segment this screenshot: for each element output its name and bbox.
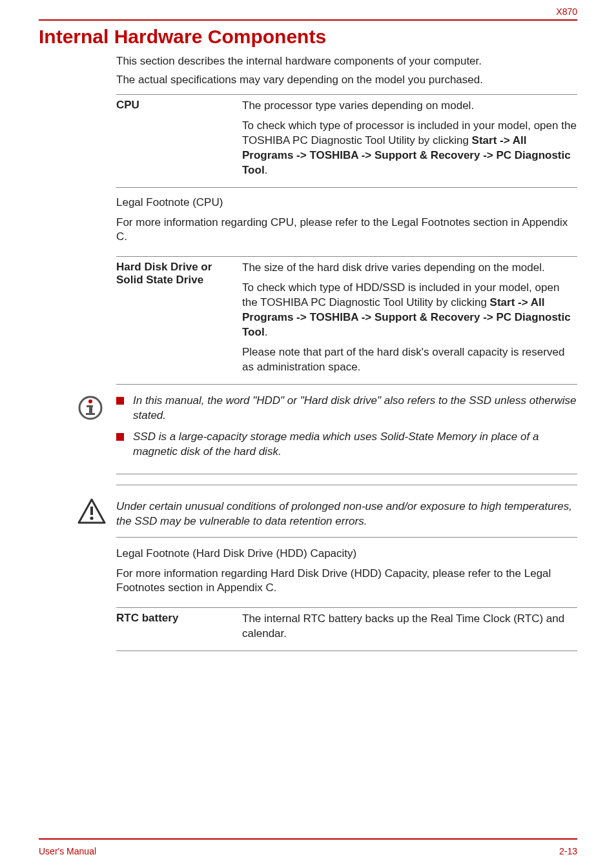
header-model-label: X870 (556, 6, 577, 17)
legal-hdd-block: Legal Footnote (Hard Disk Drive (HDD) Ca… (116, 547, 577, 596)
spec-desc-hdd: The size of the hard disk drive varies d… (242, 261, 577, 380)
divider (116, 94, 577, 95)
divider (116, 384, 577, 385)
svg-rect-6 (90, 507, 93, 515)
divider (116, 187, 577, 188)
spec-text: To check which type of HDD/SSD is includ… (242, 281, 577, 340)
info-note-block: In this manual, the word "HDD" or "Hard … (77, 394, 577, 466)
caution-note-block: Under certain unusual conditions of prol… (77, 497, 577, 529)
divider (116, 256, 577, 257)
spec-desc-cpu: The processor type varies depending on m… (242, 99, 577, 183)
note-text: In this manual, the word "HDD" or "Hard … (133, 394, 577, 423)
svg-rect-4 (86, 413, 95, 415)
list-item: In this manual, the word "HDD" or "Hard … (116, 394, 577, 423)
spec-text-part: . (265, 164, 268, 176)
divider (116, 651, 577, 651)
spec-text: The size of the hard disk drive varies d… (242, 261, 577, 276)
divider (116, 537, 577, 538)
header-divider (39, 19, 577, 21)
svg-rect-3 (89, 405, 92, 414)
footer-page-number: 2-13 (559, 846, 577, 856)
svg-point-7 (90, 516, 93, 520)
spec-label-cpu: CPU (116, 99, 242, 183)
caution-icon (77, 497, 116, 524)
intro-paragraph: This section describes the internal hard… (116, 54, 577, 69)
red-square-bullet-icon (116, 397, 124, 405)
divider (116, 607, 577, 608)
spec-text: Please note that part of the hard disk's… (242, 345, 577, 375)
legal-title: Legal Footnote (Hard Disk Drive (HDD) Ca… (116, 547, 577, 561)
intro-paragraph: The actual specifications may vary depen… (116, 73, 577, 88)
footer-manual-label: User's Manual (39, 846, 96, 856)
spec-text: To check which type of processor is incl… (242, 119, 577, 178)
note-text: SSD is a large-capacity storage media wh… (133, 430, 577, 459)
intro-block: This section describes the internal hard… (116, 54, 577, 88)
spec-rtc: RTC battery The internal RTC battery bac… (116, 607, 577, 651)
footer-divider (39, 838, 577, 840)
legal-title: Legal Footnote (CPU) (116, 196, 577, 210)
svg-point-1 (88, 399, 92, 403)
section-title: Internal Hardware Components (39, 26, 577, 48)
spec-text: The processor type varies depending on m… (242, 99, 577, 114)
spec-label-rtc: RTC battery (116, 612, 242, 647)
spec-text-part: . (265, 326, 268, 338)
caution-text: Under certain unusual conditions of prol… (116, 497, 577, 529)
spec-desc-rtc: The internal RTC battery backs up the Re… (242, 612, 577, 647)
divider (116, 474, 577, 474)
divider (116, 485, 577, 485)
spec-hdd: Hard Disk Drive or Solid State Drive The… (116, 256, 577, 385)
spec-label-hdd: Hard Disk Drive or Solid State Drive (116, 261, 242, 380)
info-icon (77, 394, 116, 421)
spec-text: The internal RTC battery backs up the Re… (242, 612, 577, 641)
legal-cpu-block: Legal Footnote (CPU) For more informatio… (116, 196, 577, 245)
legal-text: For more information regarding CPU, plea… (116, 216, 577, 245)
red-square-bullet-icon (116, 433, 124, 441)
list-item: SSD is a large-capacity storage media wh… (116, 430, 577, 459)
spec-cpu: CPU The processor type varies depending … (116, 94, 577, 188)
legal-text: For more information regarding Hard Disk… (116, 567, 577, 596)
info-note-body: In this manual, the word "HDD" or "Hard … (116, 394, 577, 466)
